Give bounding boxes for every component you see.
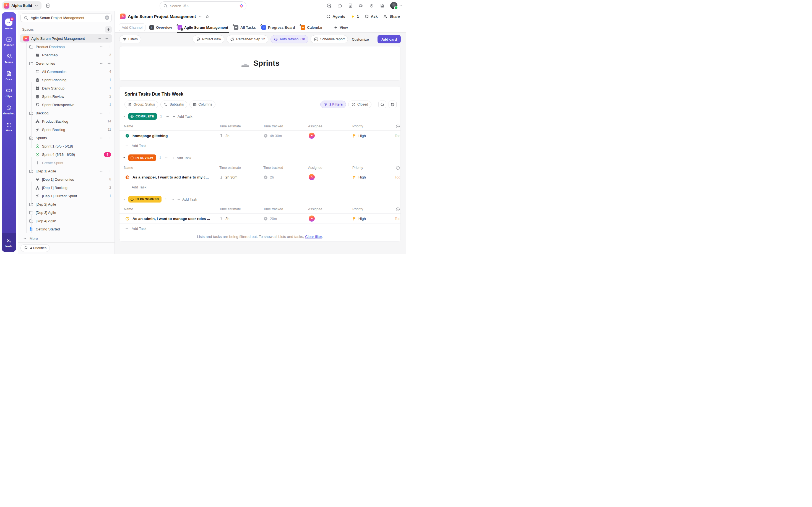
- time-estimate-cell[interactable]: 2h: [219, 217, 263, 221]
- tree-item[interactable]: [Dep 1] Backlog2: [18, 183, 114, 192]
- group-add-task-button[interactable]: Add Task: [177, 197, 197, 202]
- task-row[interactable]: As a shopper, I want to add items to my …: [119, 172, 401, 182]
- notes-icon[interactable]: [348, 3, 353, 8]
- column-header-assignee[interactable]: Assignee: [308, 166, 352, 170]
- rail-item-timeshe[interactable]: Timeshe..: [2, 101, 16, 118]
- tree-item[interactable]: [Dep 4] Agile: [18, 217, 114, 225]
- tree-item[interactable]: Sprint Planning1: [18, 76, 114, 84]
- rail-item-clips[interactable]: Clips: [2, 84, 16, 101]
- clear-filter-link[interactable]: Clear filter: [305, 235, 322, 239]
- tree-item[interactable]: [Dep 3] Agile: [18, 208, 114, 217]
- collapse-triangle-icon[interactable]: [123, 198, 125, 201]
- sidebar-more[interactable]: More: [22, 234, 38, 242]
- priority-cell[interactable]: High: [352, 175, 395, 179]
- tree-item[interactable]: Roadmap3: [18, 51, 114, 59]
- time-estimate-cell[interactable]: 2h 30m: [219, 175, 263, 179]
- plus-icon[interactable]: [107, 45, 111, 49]
- time-tracked-cell[interactable]: 20m: [263, 216, 308, 221]
- column-header-name[interactable]: Name: [124, 124, 219, 128]
- notepad-icon[interactable]: [45, 3, 50, 8]
- rail-item-teams[interactable]: Teams: [2, 50, 16, 67]
- column-header-priority[interactable]: Priority: [352, 166, 395, 170]
- column-header-name[interactable]: Name: [124, 207, 219, 211]
- column-header-priority[interactable]: Priority: [352, 124, 395, 128]
- tree-item[interactable]: Sprints: [18, 134, 114, 142]
- protect-view-button[interactable]: Protect view: [193, 35, 224, 43]
- add-channel-button[interactable]: Add Channel: [119, 23, 146, 31]
- status-badge[interactable]: COMPLETE: [128, 113, 157, 120]
- add-column-icon[interactable]: [395, 207, 401, 212]
- tree-item[interactable]: Daily Standup1: [18, 84, 114, 92]
- assignee-cell[interactable]: [308, 133, 352, 139]
- time-tracked-cell[interactable]: 2h: [263, 175, 308, 180]
- status-badge[interactable]: IN PROGRESS: [128, 196, 161, 203]
- tree-item[interactable]: [Dep 1] Ceremonies8: [18, 175, 114, 183]
- ellipsis-icon[interactable]: [100, 61, 104, 65]
- auto-refresh-toggle[interactable]: Auto refresh: On: [270, 35, 308, 43]
- assignee-cell[interactable]: [308, 216, 352, 222]
- tree-item[interactable]: Create Sprint: [18, 159, 114, 167]
- collapse-triangle-icon[interactable]: [123, 115, 125, 118]
- column-header-assignee[interactable]: Assignee: [308, 207, 352, 211]
- task-row[interactable]: homepage glitching2h4h 30mHighToday: [119, 131, 401, 141]
- tree-item[interactable]: Product Roadmap: [18, 43, 114, 51]
- column-header-priority[interactable]: Priority: [352, 207, 395, 211]
- ellipsis-icon[interactable]: [100, 136, 104, 140]
- priorities-pill[interactable]: 4 Priorities: [20, 244, 50, 252]
- group-ellipsis-icon[interactable]: [165, 114, 169, 118]
- add-task-row[interactable]: Add Task: [119, 182, 401, 192]
- add-space-button[interactable]: [105, 26, 112, 33]
- column-header-time-tracked[interactable]: Time tracked: [263, 166, 308, 170]
- tree-item[interactable]: Sprint 1 (5/5 - 5/18): [18, 142, 114, 150]
- clear-search-icon[interactable]: ✕: [105, 15, 109, 20]
- doc-icon[interactable]: [380, 3, 385, 8]
- user-menu[interactable]: [390, 2, 403, 9]
- tree-item[interactable]: Getting Started: [18, 225, 114, 233]
- create-task-icon[interactable]: [326, 3, 332, 8]
- column-header-time-estimate[interactable]: Time estimate: [219, 124, 263, 128]
- tree-item[interactable]: Product Backlog14: [18, 117, 114, 125]
- invite-button[interactable]: Invite: [2, 233, 16, 252]
- add-view-tab[interactable]: View: [332, 22, 349, 32]
- status-review-icon[interactable]: [125, 175, 130, 180]
- time-estimate-cell[interactable]: 2h: [219, 134, 263, 138]
- ellipsis-icon[interactable]: [100, 45, 104, 49]
- tab-calendar[interactable]: 31Calendar: [299, 22, 324, 32]
- plus-icon[interactable]: [107, 61, 111, 66]
- column-header-time-tracked[interactable]: Time tracked: [263, 124, 308, 128]
- chip-columns[interactable]: Columns: [190, 101, 215, 108]
- filters-count-chip[interactable]: 2 Filters: [320, 101, 346, 108]
- tree-item[interactable]: Agile Scrum Project Management: [20, 34, 112, 43]
- favorite-star-icon[interactable]: [205, 14, 210, 19]
- closed-chip[interactable]: Closed: [348, 101, 371, 108]
- tree-item[interactable]: Sprint Retrospective1: [18, 101, 114, 109]
- group-add-task-button[interactable]: Add Task: [171, 156, 191, 160]
- tab-agile-scrum-management[interactable]: Agile Scrum Management: [176, 22, 230, 32]
- customize-button[interactable]: Customize: [350, 37, 370, 42]
- record-clip-icon[interactable]: [359, 3, 363, 8]
- plus-icon[interactable]: [107, 169, 111, 173]
- ellipsis-icon[interactable]: [97, 37, 101, 41]
- schedule-report-button[interactable]: Schedule report: [311, 35, 348, 43]
- column-header-assignee[interactable]: Assignee: [308, 124, 352, 128]
- inbox-icon[interactable]: [338, 3, 342, 8]
- rail-item-home[interactable]: 6Home: [2, 15, 16, 33]
- assignee-cell[interactable]: [308, 174, 352, 180]
- status-progress-icon[interactable]: [125, 216, 130, 221]
- tree-item[interactable]: [Dep 1] Current Sprint1: [18, 192, 114, 200]
- global-search-input[interactable]: Search ⌘K: [160, 1, 246, 10]
- collapse-triangle-icon[interactable]: [123, 156, 125, 159]
- tree-item[interactable]: [Dep 2] Agile: [18, 200, 114, 208]
- ellipsis-icon[interactable]: [100, 169, 104, 173]
- group-add-task-button[interactable]: Add Task: [172, 114, 192, 119]
- tree-item[interactable]: Sprint 4 (6/16 - 6/29)5: [18, 150, 114, 159]
- workspace-switcher[interactable]: Alpha Build: [2, 1, 42, 10]
- ask-ai-button[interactable]: Ask: [364, 14, 378, 19]
- rail-item-more[interactable]: More: [2, 118, 16, 135]
- plus-icon[interactable]: [107, 136, 111, 140]
- column-header-name[interactable]: Name: [124, 166, 219, 170]
- tab-overview[interactable]: iOverview: [148, 22, 174, 32]
- priority-cell[interactable]: High: [352, 134, 395, 138]
- tab-progress-board[interactable]: Progress Board: [260, 22, 297, 32]
- status-complete-icon[interactable]: [125, 133, 130, 138]
